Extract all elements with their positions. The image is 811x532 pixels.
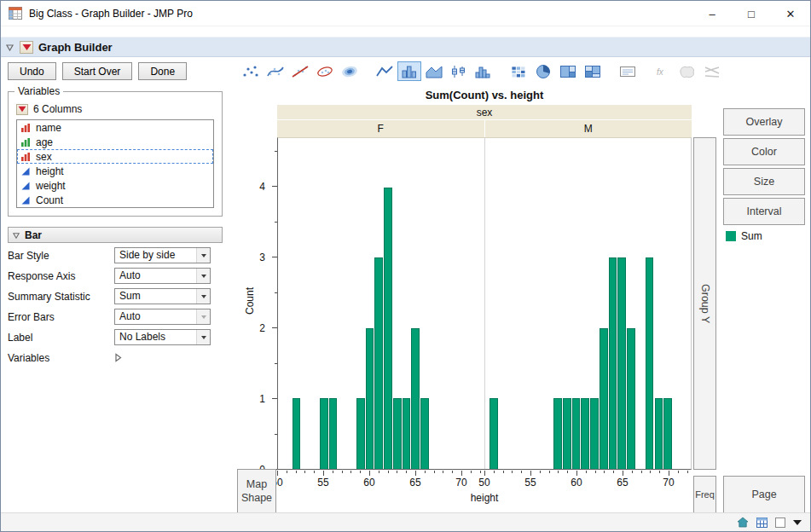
- bar-F-60[interactable]: [366, 328, 374, 469]
- summary-statistic-select[interactable]: Sum: [114, 288, 211, 304]
- freq-drop-zone[interactable]: Freq: [693, 476, 716, 513]
- ellipse-icon[interactable]: [313, 61, 337, 81]
- bar-M-70[interactable]: [663, 398, 672, 469]
- y-tick-label[interactable]: 2: [259, 323, 265, 333]
- plot-panel-m[interactable]: [484, 138, 691, 469]
- treemap-icon[interactable]: [556, 61, 580, 81]
- x-tick-label[interactable]: 60: [571, 477, 582, 488]
- bar-F-55[interactable]: [320, 398, 328, 469]
- bar-M-64[interactable]: [609, 257, 617, 469]
- bar-M-65[interactable]: [617, 257, 626, 469]
- bar-M-59[interactable]: [563, 398, 571, 469]
- x-axis[interactable]: 5055606570 5055606570: [277, 471, 692, 493]
- bar-F-62[interactable]: [384, 188, 392, 469]
- group-y-drop-zone[interactable]: Group Y: [693, 137, 716, 470]
- plot-area[interactable]: [277, 137, 692, 470]
- bar-M-66[interactable]: [627, 328, 635, 469]
- column-item-weight[interactable]: weight: [17, 178, 213, 193]
- y-tick-label[interactable]: 1: [259, 394, 265, 404]
- column-item-Count[interactable]: Count: [17, 193, 213, 207]
- map-shape-icon[interactable]: [675, 61, 699, 81]
- window-list-dropdown-icon[interactable]: [793, 520, 802, 525]
- bar-style-select[interactable]: Side by side: [114, 247, 211, 263]
- histogram-icon[interactable]: [472, 61, 495, 81]
- bar-M-69[interactable]: [655, 398, 663, 469]
- maximize-button[interactable]: □: [732, 1, 771, 26]
- parallel-icon[interactable]: [700, 61, 724, 81]
- x-tick-label[interactable]: 70: [663, 477, 674, 488]
- column-item-name[interactable]: name: [17, 120, 213, 135]
- facet-variable-header[interactable]: sex: [277, 105, 692, 119]
- column-item-age[interactable]: age: [17, 135, 213, 149]
- bar-M-63[interactable]: [600, 328, 608, 469]
- bar-F-61[interactable]: [374, 257, 383, 469]
- bar-F-56[interactable]: [329, 398, 338, 469]
- window-box-icon[interactable]: [775, 518, 785, 528]
- contour-icon[interactable]: [338, 61, 362, 81]
- collapse-icon[interactable]: [5, 43, 14, 52]
- interval-drop-zone[interactable]: Interval: [723, 198, 805, 225]
- column-item-sex[interactable]: sex: [17, 149, 213, 164]
- bar-M-68[interactable]: [646, 257, 654, 469]
- y-tick-label[interactable]: 4: [259, 182, 265, 192]
- done-button[interactable]: Done: [138, 62, 187, 80]
- box-plot-icon[interactable]: [447, 61, 471, 81]
- start-over-button[interactable]: Start Over: [62, 62, 133, 80]
- x-tick-label[interactable]: 65: [617, 477, 628, 488]
- y-tick-label[interactable]: 3: [259, 252, 265, 263]
- y-axis-title[interactable]: Count: [244, 282, 256, 320]
- bar-F-52[interactable]: [293, 398, 301, 469]
- facet-label-m[interactable]: M: [485, 120, 692, 137]
- points-icon[interactable]: [239, 61, 263, 81]
- map-shape-drop-zone[interactable]: Map Shape: [237, 469, 276, 513]
- x-axis-panel-m[interactable]: 5055606570: [484, 471, 692, 493]
- column-item-height[interactable]: height: [17, 164, 213, 178]
- mosaic-icon[interactable]: [581, 61, 605, 81]
- columns-red-triangle-icon[interactable]: [16, 104, 28, 115]
- data-table-icon[interactable]: [756, 518, 768, 528]
- bar-F-65[interactable]: [411, 328, 420, 469]
- x-axis-title[interactable]: height: [277, 492, 692, 504]
- bar-icon[interactable]: [397, 61, 421, 81]
- heatmap-icon[interactable]: [507, 61, 530, 81]
- line-icon[interactable]: [373, 61, 397, 81]
- x-tick-label[interactable]: 50: [478, 477, 489, 488]
- home-icon[interactable]: [737, 517, 749, 528]
- bar-F-66[interactable]: [420, 398, 429, 469]
- undo-button[interactable]: Undo: [8, 62, 56, 80]
- page-drop-zone[interactable]: Page: [723, 476, 805, 513]
- x-tick-label[interactable]: 70: [455, 477, 466, 488]
- bar-section-header[interactable]: Bar: [8, 227, 223, 243]
- area-icon[interactable]: [422, 61, 446, 81]
- bar-collapse-icon[interactable]: [12, 231, 20, 240]
- red-triangle-menu-icon[interactable]: [20, 41, 33, 54]
- bar-F-63[interactable]: [393, 398, 402, 469]
- x-tick-label[interactable]: 65: [409, 477, 420, 488]
- x-tick-label[interactable]: 55: [317, 477, 328, 488]
- smoother-icon[interactable]: [264, 61, 287, 81]
- overlay-drop-zone[interactable]: Overlay: [723, 108, 805, 136]
- x-tick-label[interactable]: 60: [363, 477, 374, 488]
- caption-box-icon[interactable]: [616, 61, 640, 81]
- line-of-fit-icon[interactable]: [288, 61, 312, 81]
- bar-M-51[interactable]: [489, 398, 498, 469]
- x-axis-panel-f[interactable]: 5055606570: [277, 471, 484, 493]
- bar-M-62[interactable]: [590, 398, 599, 469]
- disclosure-right-icon[interactable]: [114, 353, 122, 362]
- pie-icon[interactable]: [531, 61, 555, 81]
- facet-label-f[interactable]: F: [277, 120, 484, 137]
- x-tick-label[interactable]: 55: [524, 477, 536, 488]
- response-axis-select[interactable]: Auto: [114, 268, 211, 284]
- legend-item-sum[interactable]: Sum: [726, 230, 762, 242]
- bar-F-59[interactable]: [356, 398, 365, 469]
- bar-F-64[interactable]: [403, 398, 411, 469]
- bar-M-58[interactable]: [553, 398, 562, 469]
- formula-icon[interactable]: fx: [651, 61, 675, 81]
- close-button[interactable]: ✕: [771, 1, 810, 26]
- minimize-button[interactable]: –: [692, 1, 732, 26]
- label-option-select[interactable]: No Labels: [114, 329, 211, 345]
- bar-M-61[interactable]: [581, 398, 589, 469]
- bar-M-60[interactable]: [572, 398, 581, 469]
- size-drop-zone[interactable]: Size: [723, 168, 805, 195]
- plot-panel-f[interactable]: [278, 138, 484, 469]
